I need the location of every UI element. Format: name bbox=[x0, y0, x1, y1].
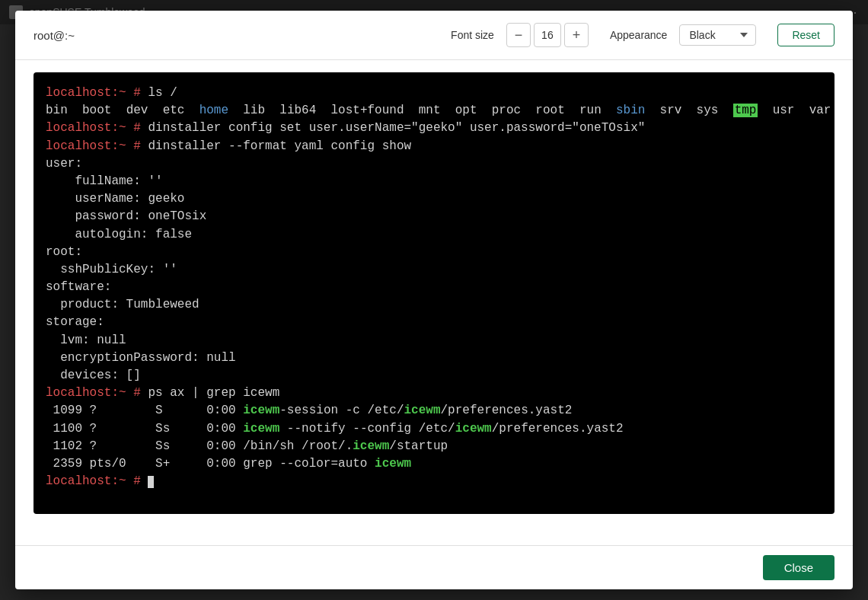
terminal-line: autologin: false bbox=[46, 226, 822, 244]
terminal-line: 2359 pts/0 S+ 0:00 grep --color=auto ice… bbox=[46, 455, 822, 473]
terminal-line: localhost:~ # ps ax | grep icewm bbox=[46, 385, 822, 402]
terminal-line: user: bbox=[46, 155, 822, 173]
terminal-line: root: bbox=[46, 244, 822, 261]
terminal-line: encryptionPassword: null bbox=[46, 349, 822, 367]
terminal-line: product: Tumbleweed bbox=[46, 296, 822, 314]
terminal-modal: root@:~ Font size − 16 + Appearance Blac… bbox=[15, 11, 853, 589]
appearance-label: Appearance bbox=[610, 29, 668, 41]
increase-font-button[interactable]: + bbox=[564, 23, 589, 47]
modal-footer: Close bbox=[15, 545, 853, 589]
modal-overlay: root@:~ Font size − 16 + Appearance Blac… bbox=[0, 0, 868, 600]
close-button[interactable]: Close bbox=[763, 555, 834, 580]
font-size-display: 16 bbox=[534, 23, 561, 47]
terminal-line: 1099 ? S 0:00 icewm-session -c /etc/icew… bbox=[46, 402, 822, 420]
terminal-wrapper: localhost:~ # ls / bin boot dev etc home… bbox=[15, 60, 853, 545]
terminal-line: 1100 ? Ss 0:00 icewm --notify --config /… bbox=[46, 420, 822, 438]
decrease-font-button[interactable]: − bbox=[506, 23, 531, 47]
terminal-user: root@:~ bbox=[34, 29, 75, 42]
terminal-line: fullName: '' bbox=[46, 173, 822, 190]
reset-button[interactable]: Reset bbox=[777, 24, 834, 46]
terminal-line: userName: geeko bbox=[46, 190, 822, 208]
terminal-cursor bbox=[148, 476, 154, 488]
terminal-display[interactable]: localhost:~ # ls / bin boot dev etc home… bbox=[34, 72, 834, 514]
font-size-controls: − 16 + bbox=[506, 23, 589, 47]
terminal-line: sshPublicKey: '' bbox=[46, 261, 822, 279]
terminal-line: software: bbox=[46, 279, 822, 296]
terminal-line: bin boot dev etc home lib lib64 lost+fou… bbox=[46, 102, 822, 120]
terminal-line: storage: bbox=[46, 314, 822, 331]
fontsize-label: Font size bbox=[451, 29, 494, 41]
terminal-line: password: oneTOsix bbox=[46, 208, 822, 225]
terminal-line: localhost:~ # dinstaller config set user… bbox=[46, 120, 822, 137]
terminal-line: lvm: null bbox=[46, 332, 822, 349]
terminal-line: 1102 ? Ss 0:00 /bin/sh /root/.icewm/star… bbox=[46, 438, 822, 455]
modal-toolbar: root@:~ Font size − 16 + Appearance Blac… bbox=[15, 11, 853, 60]
terminal-line: localhost:~ # bbox=[46, 473, 822, 490]
terminal-line: devices: [] bbox=[46, 367, 822, 385]
appearance-select[interactable]: Black White Solarized bbox=[679, 24, 756, 46]
terminal-line: localhost:~ # dinstaller --format yaml c… bbox=[46, 138, 822, 155]
terminal-line: localhost:~ # ls / bbox=[46, 85, 822, 102]
